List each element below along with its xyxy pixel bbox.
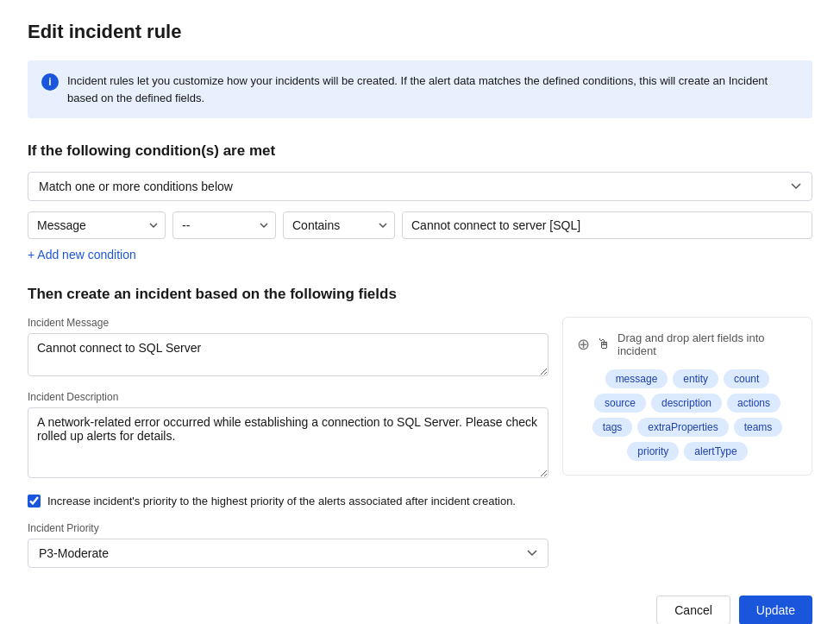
- field-tag-message[interactable]: message: [605, 369, 668, 388]
- info-icon: i: [41, 73, 59, 91]
- incident-description-label: Incident Description: [28, 391, 549, 403]
- incident-message-group: Incident Message: [28, 317, 549, 379]
- incident-fields-title: Then create an incident based on the fol…: [28, 286, 812, 303]
- condition-row: MessageSourceEntityTags -- ContainsDoes …: [28, 211, 812, 239]
- condition-value-input[interactable]: [402, 211, 812, 239]
- conditions-section: If the following condition(s) are met Ma…: [28, 142, 812, 262]
- priority-checkbox-row: Increase incident's priority to the high…: [28, 493, 549, 510]
- fields-layout: Incident Message Incident Description In…: [28, 317, 812, 568]
- incident-message-textarea[interactable]: [28, 333, 549, 376]
- incident-fields-section: Then create an incident based on the fol…: [28, 286, 812, 568]
- footer: Cancel Update: [28, 596, 812, 625]
- update-button[interactable]: Update: [739, 596, 812, 625]
- incident-priority-label: Incident Priority: [28, 522, 549, 534]
- drag-move-icon: ⊕: [577, 335, 590, 354]
- info-banner: i Incident rules let you customize how y…: [28, 60, 812, 118]
- cursor-icon: 🖱: [597, 337, 611, 352]
- incident-description-textarea[interactable]: [28, 407, 549, 478]
- drag-drop-label: Drag and drop alert fields into incident: [617, 331, 798, 357]
- field-tag-source[interactable]: source: [594, 394, 646, 413]
- drag-drop-header: ⊕ 🖱 Drag and drop alert fields into inci…: [577, 331, 798, 357]
- match-dropdown[interactable]: Match one or more conditions belowMatch …: [28, 172, 812, 201]
- field-tag-actions[interactable]: actions: [727, 394, 780, 413]
- field-tag-extraProperties[interactable]: extraProperties: [637, 418, 728, 437]
- field-tag-teams[interactable]: teams: [734, 418, 783, 437]
- priority-checkbox[interactable]: [28, 495, 41, 507]
- condition-dash-select[interactable]: --: [172, 211, 276, 239]
- page-title: Edit incident rule: [28, 21, 812, 43]
- fields-left: Incident Message Incident Description In…: [28, 317, 549, 568]
- condition-operator-select[interactable]: ContainsDoes not containEqualsStarts wit…: [283, 211, 395, 239]
- drag-drop-panel: ⊕ 🖱 Drag and drop alert fields into inci…: [562, 317, 812, 476]
- priority-checkbox-label: Increase incident's priority to the high…: [47, 493, 516, 510]
- field-tag-alertType[interactable]: alertType: [684, 442, 747, 461]
- field-tag-entity[interactable]: entity: [673, 369, 718, 388]
- tags-container: messageentitycountsourcedescriptionactio…: [577, 369, 798, 461]
- field-tag-count[interactable]: count: [724, 369, 769, 388]
- add-condition-button[interactable]: + Add new condition: [28, 248, 136, 262]
- condition-field-select[interactable]: MessageSourceEntityTags: [28, 211, 166, 239]
- incident-description-group: Incident Description: [28, 391, 549, 481]
- field-tag-tags[interactable]: tags: [592, 418, 633, 437]
- field-tag-description[interactable]: description: [651, 394, 722, 413]
- incident-priority-select[interactable]: P1-CriticalP2-HighP3-ModerateP4-LowP5-In…: [28, 539, 549, 568]
- field-tag-priority[interactable]: priority: [627, 442, 679, 461]
- conditions-title: If the following condition(s) are met: [28, 142, 812, 160]
- cancel-button[interactable]: Cancel: [656, 596, 730, 625]
- info-banner-text: Incident rules let you customize how you…: [67, 72, 799, 106]
- incident-priority-group: Incident Priority P1-CriticalP2-HighP3-M…: [28, 522, 549, 568]
- incident-message-label: Incident Message: [28, 317, 549, 329]
